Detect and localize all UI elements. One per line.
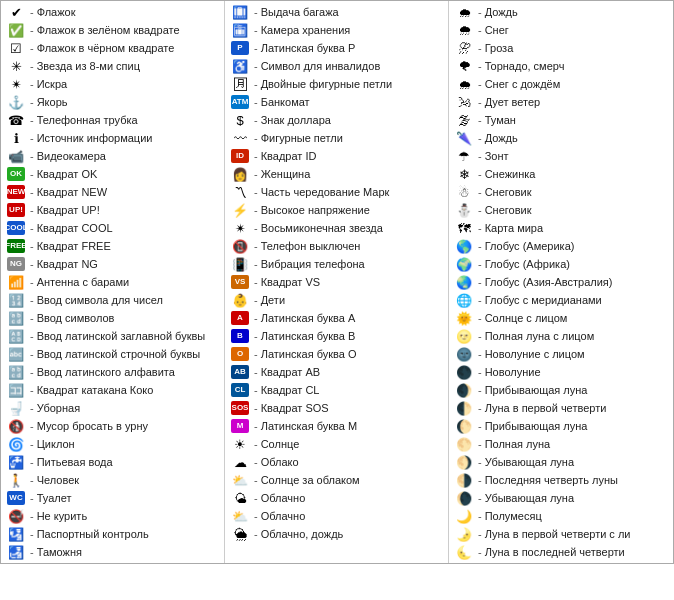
emoji-reference-table: ✔-Флажок✅-Флажок в зелёном квадрате☑-Фла… xyxy=(0,0,674,564)
emoji-label: Паспортный контроль xyxy=(37,527,149,541)
emoji-icon: 🌨 xyxy=(453,22,475,38)
dash-separator: - xyxy=(478,131,482,145)
dash-separator: - xyxy=(30,383,34,397)
list-item: 🌖-Убывающая луна xyxy=(449,453,673,471)
dash-separator: - xyxy=(254,329,258,343)
emoji-label: Двойные фигурные петли xyxy=(261,77,393,91)
list-item: 🌚-Новолуние с лицом xyxy=(449,345,673,363)
list-item: CL-Квадрат CL xyxy=(225,381,448,399)
emoji-label: Антенна с барами xyxy=(37,275,129,289)
emoji-label: Полная луна xyxy=(485,437,551,451)
dash-separator: - xyxy=(254,185,258,199)
emoji-icon: 🌓 xyxy=(453,400,475,416)
emoji-label: Снег с дождём xyxy=(485,77,561,91)
emoji-label: Гроза xyxy=(485,41,514,55)
emoji-label: Ввод латинской заглавной буквы xyxy=(37,329,206,343)
emoji-icon: ⛅ xyxy=(229,472,251,488)
emoji-label: Символ для инвалидов xyxy=(261,59,381,73)
list-item: 📶-Антенна с барами xyxy=(1,273,224,291)
dash-separator: - xyxy=(478,491,482,505)
list-item: 🌛-Луна в первой четверти с ли xyxy=(449,525,673,543)
emoji-icon: 🌜 xyxy=(453,544,475,560)
emoji-icon: 🈷 xyxy=(229,76,251,92)
emoji-icon: 🌫 xyxy=(453,112,475,128)
list-item: 🌀-Циклон xyxy=(1,435,224,453)
list-item: 🚽-Уборная xyxy=(1,399,224,417)
list-item: 🛂-Паспортный контроль xyxy=(1,525,224,543)
list-item: 🌏-Глобус (Азия-Австралия) xyxy=(449,273,673,291)
list-item: VS-Квадрат VS xyxy=(225,273,448,291)
dash-separator: - xyxy=(254,149,258,163)
emoji-icon: 🔡 xyxy=(5,364,27,380)
list-item: 🚰-Питьевая вода xyxy=(1,453,224,471)
emoji-icon: ✳ xyxy=(5,58,27,74)
dash-separator: - xyxy=(30,347,34,361)
list-item: 〰-Фигурные петли xyxy=(225,129,448,147)
list-item: A-Латинская буква А xyxy=(225,309,448,327)
list-item: ✴-Восьмиконечная звезда xyxy=(225,219,448,237)
emoji-icon: COOL xyxy=(5,220,27,236)
list-item: 🌔-Прибывающая луна xyxy=(449,417,673,435)
list-item: WC-Туалет xyxy=(1,489,224,507)
list-item: OK-Квадрат OK xyxy=(1,165,224,183)
dash-separator: - xyxy=(254,347,258,361)
emoji-icon: 🌎 xyxy=(453,238,475,254)
dash-separator: - xyxy=(254,455,258,469)
list-item: ☂-Зонт xyxy=(449,147,673,165)
dash-separator: - xyxy=(30,509,34,523)
dash-separator: - xyxy=(254,401,258,415)
dash-separator: - xyxy=(30,131,34,145)
emoji-icon: 🌒 xyxy=(453,382,475,398)
dash-separator: - xyxy=(30,329,34,343)
emoji-label: Искра xyxy=(37,77,67,91)
dash-separator: - xyxy=(30,275,34,289)
dash-separator: - xyxy=(254,41,258,55)
dash-separator: - xyxy=(254,77,258,91)
emoji-label: Камера хранения xyxy=(261,23,351,37)
emoji-icon: NG xyxy=(5,256,27,272)
emoji-label: Глобус с меридианами xyxy=(485,293,602,307)
emoji-label: Телефонная трубка xyxy=(37,113,138,127)
emoji-label: Солнце за облаком xyxy=(261,473,360,487)
list-item: 📳-Вибрация телефона xyxy=(225,255,448,273)
dash-separator: - xyxy=(254,59,258,73)
emoji-label: Убывающая луна xyxy=(485,491,574,505)
emoji-icon: ⛈ xyxy=(453,40,475,56)
dash-separator: - xyxy=(478,257,482,271)
list-item: 🌪-Торнадо, смерч xyxy=(449,57,673,75)
emoji-icon: 🛄 xyxy=(229,4,251,20)
list-item: B-Латинская буква В xyxy=(225,327,448,345)
emoji-label: Знак доллара xyxy=(261,113,331,127)
dash-separator: - xyxy=(30,149,34,163)
list-item: FREE-Квадрат FREE xyxy=(1,237,224,255)
emoji-label: Карта мира xyxy=(485,221,543,235)
emoji-icon: 🌍 xyxy=(453,256,475,272)
emoji-label: Дождь xyxy=(485,5,518,19)
emoji-icon: OK xyxy=(5,166,27,182)
dash-separator: - xyxy=(478,311,482,325)
dash-separator: - xyxy=(254,527,258,541)
dash-separator: - xyxy=(254,5,258,19)
emoji-label: Не курить xyxy=(37,509,87,523)
list-item: 🌬-Дует ветер xyxy=(449,93,673,111)
emoji-icon: 🌝 xyxy=(453,328,475,344)
dash-separator: - xyxy=(254,509,258,523)
emoji-label: Якорь xyxy=(37,95,68,109)
emoji-label: Солнце с лицом xyxy=(485,311,568,325)
dash-separator: - xyxy=(478,473,482,487)
dash-separator: - xyxy=(30,113,34,127)
emoji-icon: ☂ xyxy=(453,148,475,164)
emoji-label: Флажок в зелёном квадрате xyxy=(37,23,180,37)
emoji-label: Флажок в чёрном квадрате xyxy=(37,41,175,55)
emoji-icon: ❄ xyxy=(453,166,475,182)
dash-separator: - xyxy=(30,473,34,487)
list-item: 🌦-Облачно, дождь xyxy=(225,525,448,543)
list-item: 🔤-Ввод латинской строчной буквы xyxy=(1,345,224,363)
emoji-icon: ☎ xyxy=(5,112,27,128)
dash-separator: - xyxy=(30,491,34,505)
emoji-icon: 🌦 xyxy=(229,526,251,542)
list-item: 🌫-Туман xyxy=(449,111,673,129)
emoji-label: Квадрат катакана Коко xyxy=(37,383,154,397)
dash-separator: - xyxy=(30,437,34,451)
emoji-icon: 🔠 xyxy=(5,328,27,344)
